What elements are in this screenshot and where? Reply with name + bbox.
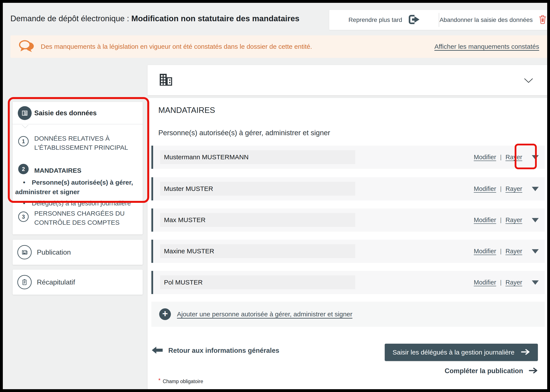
sidebar-section-title: Saisie des données xyxy=(34,102,97,124)
arrow-right-icon xyxy=(521,349,530,356)
header-action-bar: Reprendre plus tard Abandonner la saisie… xyxy=(329,10,547,30)
compliance-warning-banner: Des manquements à la législation en vigu… xyxy=(10,35,547,58)
plus-icon: + xyxy=(159,308,171,320)
mandataire-row: Muster MUSTER Modifier | Rayer xyxy=(151,177,545,200)
strike-link[interactable]: Rayer xyxy=(506,248,522,255)
expand-row-caret[interactable] xyxy=(532,187,539,191)
sidebar-item-publication: Publication xyxy=(37,240,71,265)
back-link[interactable]: Retour aux informations générales xyxy=(152,346,279,355)
section-heading: MANDATAIRES xyxy=(158,106,215,115)
arrow-left-icon xyxy=(152,346,163,355)
modify-link[interactable]: Modifier xyxy=(474,279,496,286)
person-name-field: Maxine MUSTER xyxy=(160,244,355,258)
mandataires-panel: MANDATAIRES Personne(s) autorisée(s) à g… xyxy=(148,98,547,389)
add-person-strip: + Ajouter une personne autorisée à gérer… xyxy=(151,302,545,327)
building-icon xyxy=(159,73,173,88)
mandataire-row: Maxine MUSTER Modifier | Rayer xyxy=(151,240,545,263)
required-field-note: *Champ obligatoire xyxy=(158,377,203,385)
person-name-field: Max MUSTER xyxy=(160,213,355,227)
step-3-badge: 3 xyxy=(18,211,29,222)
resume-later-icon xyxy=(408,14,419,26)
sidebar-item-mandataires[interactable]: MANDATAIRES xyxy=(34,166,140,175)
page-title-main: Modification non statutaire des mandatai… xyxy=(131,14,299,23)
person-name-field: Pol MUSTER xyxy=(160,275,355,289)
strike-link[interactable]: Rayer xyxy=(506,279,522,286)
page-title-prefix: Demande de dépôt électronique : xyxy=(10,14,131,23)
complete-publication-link[interactable]: Compléter la publication xyxy=(445,367,538,375)
resume-later-button[interactable]: Reprendre plus tard xyxy=(329,10,439,30)
abandon-button[interactable]: Abandonner la saisie des données xyxy=(439,10,547,30)
show-deficiencies-link[interactable]: Afficher les manquements constatés xyxy=(434,43,539,50)
expand-row-caret[interactable] xyxy=(532,280,539,285)
modify-link[interactable]: Modifier xyxy=(474,185,496,192)
mandataire-row: Max MUSTER Modifier | Rayer xyxy=(151,209,545,232)
strike-link[interactable]: Rayer xyxy=(506,154,522,161)
strike-link[interactable]: Rayer xyxy=(506,185,522,192)
clipboard-icon xyxy=(17,275,32,289)
back-link-label: Retour aux informations générales xyxy=(168,347,279,355)
sidebar-item-delegues[interactable]: •Délégué(s) à la gestion journalière xyxy=(15,198,138,208)
subsection-heading: Personne(s) autorisée(s) à gérer, admini… xyxy=(158,129,330,137)
person-name-field: Mustermann MUSTERMANN xyxy=(160,150,355,164)
mandataire-row: Mustermann MUSTERMANN Modifier | Rayer xyxy=(151,146,545,169)
active-section-notch xyxy=(22,125,29,132)
speech-bubbles-icon xyxy=(19,39,34,54)
modify-link[interactable]: Modifier xyxy=(474,217,496,224)
step-1-badge: 1 xyxy=(18,136,29,147)
complete-publication-label: Compléter la publication xyxy=(445,367,523,375)
person-name-field: Muster MUSTER xyxy=(160,182,355,196)
screenshot-frame: Demande de dépôt électronique : Modifica… xyxy=(0,0,550,392)
modify-link[interactable]: Modifier xyxy=(474,154,496,161)
resume-later-label: Reprendre plus tard xyxy=(349,16,402,23)
sidebar-recap-card[interactable]: Récapitulatif xyxy=(13,270,143,295)
sidebar-item-controle-comptes[interactable]: PERSONNES CHARGÉES DU CONTRÔLE DES COMPT… xyxy=(34,209,140,227)
page: Demande de dépôt électronique : Modifica… xyxy=(3,3,547,389)
sidebar-item-personnes-autorisees[interactable]: •Personne(s) autorisée(s) à gérer, admin… xyxy=(15,178,138,197)
expand-row-caret[interactable] xyxy=(532,218,539,222)
entity-summary-card xyxy=(148,65,547,95)
step-2-badge: 2 xyxy=(18,164,29,174)
next-step-label: Saisir les délégués à la gestion journal… xyxy=(393,349,514,356)
warning-message: Des manquements à la législation en vigu… xyxy=(41,43,312,50)
modify-link[interactable]: Modifier xyxy=(474,248,496,255)
sidebar-data-entry-card: Saisie des données 1 DONNÉES RELATIVES À… xyxy=(13,102,143,234)
required-asterisk: * xyxy=(158,377,160,384)
add-person-link[interactable]: Ajouter une personne autorisée à gérer, … xyxy=(177,310,352,318)
trash-icon xyxy=(538,14,547,25)
page-title: Demande de dépôt électronique : Modifica… xyxy=(10,14,300,23)
mandataire-row: Pol MUSTER Modifier | Rayer xyxy=(151,271,545,294)
sidebar-item-etablissement[interactable]: DONNÉES RELATIVES À L'ÉTABLISSEMENT PRIN… xyxy=(34,134,140,152)
expand-row-caret[interactable] xyxy=(532,249,539,253)
abandon-label: Abandonner la saisie des données xyxy=(440,16,533,23)
sidebar-section-header[interactable]: Saisie des données xyxy=(13,102,143,124)
chevron-down-icon[interactable] xyxy=(524,78,533,84)
arrow-right-icon xyxy=(529,367,538,375)
next-step-button[interactable]: Saisir les délégués à la gestion journal… xyxy=(385,344,538,361)
sidebar-publication-card[interactable]: Publication xyxy=(13,240,143,265)
newspaper-icon xyxy=(17,245,32,259)
strike-link[interactable]: Rayer xyxy=(506,217,522,224)
expand-row-caret[interactable] xyxy=(532,155,539,160)
sidebar-item-recapitulatif: Récapitulatif xyxy=(37,270,75,295)
data-entry-icon xyxy=(18,106,32,120)
